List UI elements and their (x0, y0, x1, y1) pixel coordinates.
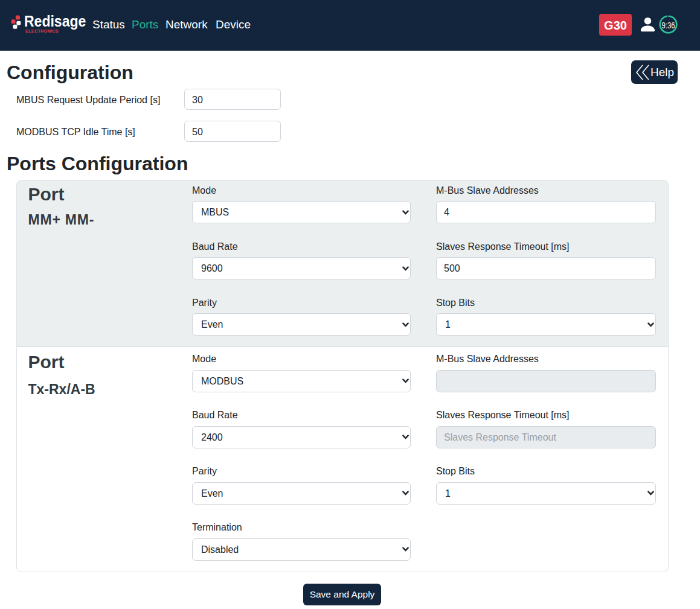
svg-text:9:36: 9:36 (662, 21, 675, 30)
